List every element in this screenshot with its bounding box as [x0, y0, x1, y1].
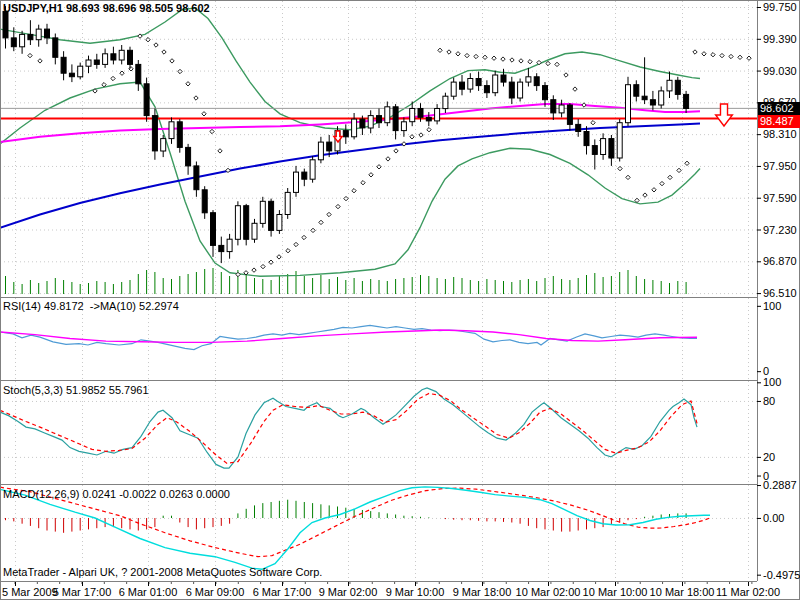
chart-canvas[interactable] [0, 0, 800, 600]
price-tick-label: 99.390 [763, 33, 797, 45]
time-tick-label: 11 Mar 02:00 [716, 586, 780, 598]
price-tick-label: 100 [763, 300, 781, 312]
time-tick-label: 6 Mar 09:00 [186, 586, 245, 598]
metatrader-chart-window: USDJPY,H1 98.693 98.696 98.505 98.602 RS… [0, 0, 800, 600]
macd-line [0, 487, 710, 569]
price-tick-label: 97.590 [763, 192, 797, 204]
slow-ma-line [0, 124, 700, 228]
bollinger-lower-line [0, 82, 700, 276]
time-tick-label: 10 Mar 10:00 [583, 586, 648, 598]
price-tick-label: 96.510 [763, 287, 797, 299]
price-tick-label: 96.870 [763, 255, 797, 267]
stoch-d-line [0, 394, 697, 464]
time-tick-label: 6 Mar 17:00 [253, 586, 312, 598]
price-tick-label: -0.4975 [763, 569, 800, 581]
price-tick-label: 20 [763, 451, 775, 463]
time-tick-label: 5 Mar 17:00 [53, 586, 112, 598]
price-tick-label: 98.310 [763, 128, 797, 140]
time-tick-label: 9 Mar 18:00 [453, 586, 512, 598]
price-tick-label: 98.670 [763, 96, 797, 108]
bollinger-upper-line [0, 8, 700, 130]
rsi-line [0, 325, 697, 349]
price-tick-label: 97.230 [763, 224, 797, 236]
price-tick-label: 97.950 [763, 160, 797, 172]
time-axis[interactable]: 5 Mar 20095 Mar 17:006 Mar 01:006 Mar 09… [0, 582, 800, 600]
price-tick-label: 100 [763, 376, 781, 388]
sell-arrow-marker [716, 104, 733, 126]
price-tick-label: 0.2887 [763, 479, 797, 491]
time-tick-label: 9 Mar 10:00 [386, 586, 445, 598]
price-tick-label: 0.00 [763, 512, 784, 524]
rsi-ma-line [0, 330, 697, 342]
price-tick-label: 99.030 [763, 65, 797, 77]
price-axis[interactable]: 99.75099.39099.03098.67098.31097.95097.5… [757, 0, 800, 581]
time-tick-label: 9 Mar 02:00 [319, 586, 378, 598]
time-tick-label: 6 Mar 01:00 [119, 586, 178, 598]
price-tick-label: 99.750 [763, 1, 797, 13]
stoch-k-line [0, 388, 697, 468]
time-tick-label: 5 Mar 2009 [2, 586, 58, 598]
price-tick-label: 80 [763, 395, 775, 407]
time-tick-label: 10 Mar 02:00 [516, 586, 581, 598]
time-tick-label: 10 Mar 18:00 [650, 586, 715, 598]
